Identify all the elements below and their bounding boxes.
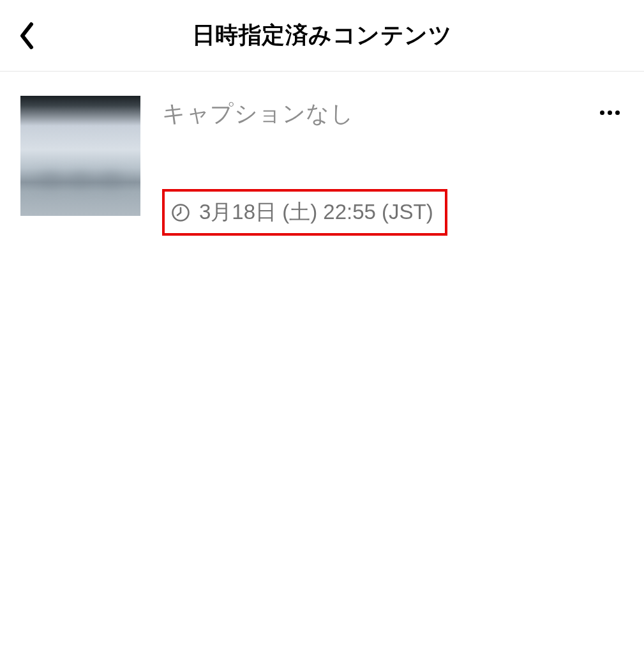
scheduled-content-item[interactable]: キャプションなし 3月18日 (土) 22:55 (JST) [20,96,624,236]
page-title: 日時指定済みコンテンツ [0,20,644,51]
more-dots-icon [600,110,604,115]
header: 日時指定済みコンテンツ [0,0,644,72]
more-dots-icon [615,110,620,115]
schedule-info-box: 3月18日 (土) 22:55 (JST) [162,189,447,236]
content-thumbnail [20,96,140,216]
back-button[interactable] [14,23,40,49]
content-list: キャプションなし 3月18日 (土) 22:55 (JST) [0,72,644,260]
caption-label: キャプションなし [162,98,624,130]
schedule-date-text: 3月18日 (土) 22:55 (JST) [199,198,433,227]
more-dots-icon [608,110,612,115]
clock-icon [171,203,190,222]
item-details: キャプションなし 3月18日 (土) 22:55 (JST) [140,96,624,236]
chevron-left-icon [19,22,35,50]
more-options-button[interactable] [598,106,621,119]
